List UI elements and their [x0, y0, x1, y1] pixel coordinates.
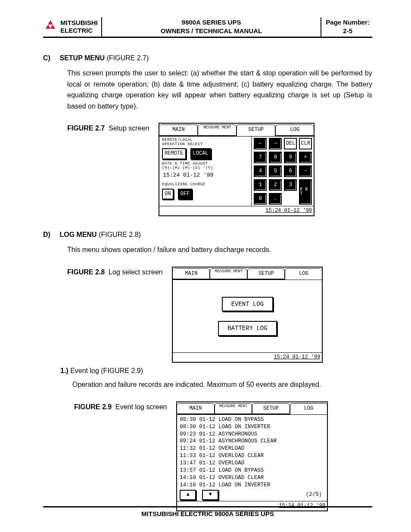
- fig27-panel: MAIN MEASURE MENT SETUP LOG REMOTE/LOCAL…: [159, 123, 314, 216]
- battery-log-button[interactable]: BATTERY LOG: [218, 321, 277, 336]
- eq-on-button[interactable]: ON: [162, 189, 173, 199]
- key-6[interactable]: 6: [284, 165, 297, 177]
- fig29-label: FIGURE 2.9: [74, 403, 112, 411]
- triangle-up-icon: ▲: [186, 491, 190, 498]
- key-minus[interactable]: −: [299, 165, 312, 177]
- sub1-num: 1.): [60, 367, 68, 374]
- fig29-panel: MAIN MEASURE MENT SETUP LOG 08:30 01-12 …: [176, 401, 328, 511]
- tab-measurement[interactable]: MEASURE MENT: [210, 268, 247, 280]
- fig28-caption: Log select screen: [109, 268, 162, 276]
- key-1[interactable]: 1: [254, 179, 267, 191]
- mitsubishi-logo-icon: [43, 20, 58, 33]
- svg-marker-2: [50, 25, 55, 29]
- key-clr[interactable]: CLR: [299, 138, 312, 149]
- key-left[interactable]: ←: [254, 138, 267, 149]
- log-row: 14:10 01-12 LOAD ON INVERTER: [180, 482, 324, 489]
- svg-marker-1: [46, 25, 50, 29]
- scroll-down-button[interactable]: ▼: [202, 490, 218, 500]
- local-button[interactable]: LOCAL: [190, 148, 211, 159]
- key-dot[interactable]: .: [269, 193, 282, 205]
- page-header: MITSUBISHI ELECTRIC 9800A SERIES UPS OWN…: [43, 17, 372, 38]
- section-c-suffix: (FIGURE 2.7): [105, 54, 149, 62]
- doc-title-1: 9800A SERIES UPS: [105, 18, 318, 27]
- key-2[interactable]: 2: [269, 179, 282, 191]
- scroll-up-button[interactable]: ▲: [180, 490, 196, 500]
- log-row: 11:32 01-12 OVERLOAD: [180, 445, 324, 452]
- key-3[interactable]: 3: [284, 179, 297, 191]
- svg-marker-0: [48, 20, 53, 25]
- log-row: 11:33 01-12 OVERLOAD CLEAR: [180, 452, 324, 460]
- log-row: 09:23 01-12 ASYNCHRONOUS: [180, 431, 324, 438]
- tab-main[interactable]: MAIN: [159, 124, 198, 136]
- remote-button[interactable]: REMOTE: [162, 148, 186, 159]
- section-d: D) LOG MENU (FIGURE 2.8) This menu shows…: [43, 229, 372, 511]
- section-d-letter: D): [43, 229, 58, 240]
- doc-title-2: OWNERS / TECHNICAL MANUAL: [105, 27, 318, 35]
- tab-log[interactable]: LOG: [285, 268, 322, 280]
- key-right[interactable]: →: [269, 138, 282, 149]
- key-9[interactable]: 9: [284, 152, 297, 163]
- log-row: 09:24 01-12 ASYNCHRONOUS CLEAR: [180, 438, 324, 445]
- section-c-paragraph: This screen prompts the user to select: …: [67, 68, 372, 112]
- section-c: C) SETUP MENU (FIGURE 2.7) This screen p…: [43, 53, 372, 216]
- key-plus[interactable]: +: [299, 152, 312, 163]
- sub1-para: Operation and failure records are indica…: [72, 379, 372, 390]
- log-row: 13:57 01-12 LOAD ON BYPASS: [180, 467, 324, 474]
- fig27-label: FIGURE 2.7: [67, 124, 105, 132]
- tab-log[interactable]: LOG: [290, 403, 327, 414]
- log-row: 08:30 01-12 LOAD ON BYPASS: [180, 416, 324, 423]
- keypad: ← → DEL CLR 7 8 9 + 4 5 6: [251, 137, 314, 206]
- fig28-panel: MAIN MEASURE MENT SETUP LOG EVENT LOG BA…: [172, 267, 323, 363]
- triangle-down-icon: ▼: [209, 491, 212, 498]
- log-row: 13:47 01-12 OVERLOAD: [180, 460, 324, 467]
- key-del[interactable]: DEL: [284, 138, 297, 149]
- page-number: 2-5: [343, 27, 352, 34]
- fig27-caption: Setup screen: [109, 124, 149, 132]
- page-number-label: Page Number:: [326, 19, 370, 26]
- tab-setup[interactable]: SETUP: [237, 124, 275, 136]
- key-7[interactable]: 7: [254, 152, 267, 163]
- eq-off-button[interactable]: OFF: [178, 189, 193, 199]
- tab-setup[interactable]: SETUP: [252, 403, 290, 414]
- page-footer: MITSUBISHI ELECTRIC 9800A SERIES UPS: [43, 506, 372, 517]
- log-row: 08:30 01-12 LOAD ON INVERTER: [180, 423, 324, 431]
- key-4[interactable]: 4: [254, 165, 267, 177]
- tab-setup[interactable]: SETUP: [247, 268, 285, 280]
- sub1-title: Event log (FIGURE 2.9): [70, 367, 143, 374]
- remote-local-label2: OPERATION SELECT: [162, 143, 249, 147]
- fig27-statusbar: 15:24 01-12 '99: [159, 206, 314, 215]
- tab-measurement[interactable]: MEASURE MENT: [215, 403, 252, 414]
- key-5[interactable]: 5: [269, 165, 282, 177]
- key-0[interactable]: 0: [254, 193, 267, 205]
- tab-measurement[interactable]: MEASURE MENT: [198, 124, 237, 136]
- section-c-letter: C): [43, 53, 58, 64]
- section-d-title: LOG MENU: [59, 231, 97, 238]
- log-row: 14:10 01-12 OVERLOAD CLEAR: [180, 474, 324, 482]
- section-d-suffix: (FIGURE 2.8): [97, 231, 141, 238]
- tab-log[interactable]: LOG: [275, 124, 314, 136]
- datetime-label2: (H):(M) (M)-(D) '(Y): [162, 166, 249, 171]
- key-8[interactable]: 8: [269, 152, 282, 163]
- brand-line1: MITSUBISHI: [60, 19, 98, 27]
- event-log-button[interactable]: EVENT LOG: [222, 297, 274, 311]
- section-d-paragraph: This menu shows operation / failure and …: [67, 244, 372, 255]
- fig28-label: FIGURE 2.8: [67, 268, 105, 276]
- key-ent[interactable]: E N T: [299, 179, 312, 205]
- equalizing-label: EQUALIZING CHARGE: [162, 183, 249, 187]
- tab-main[interactable]: MAIN: [177, 403, 215, 414]
- fig28-statusbar: 15:24 01-12 '99: [173, 352, 322, 362]
- datetime-value: 15:24 01-12 '99: [163, 171, 249, 180]
- section-c-title: SETUP MENU: [59, 54, 105, 62]
- brand-line2: ELECTRIC: [60, 27, 98, 34]
- tab-main[interactable]: MAIN: [173, 268, 210, 280]
- fig29-caption: Event log screen: [115, 403, 167, 411]
- page-indicator: (2/5): [306, 491, 325, 498]
